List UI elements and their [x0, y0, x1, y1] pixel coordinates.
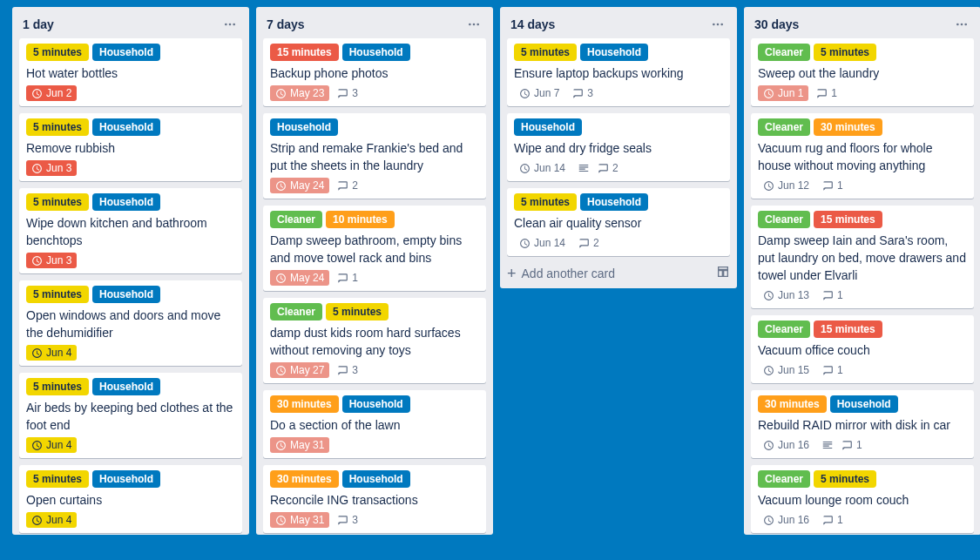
list: 7 days15 minutesHouseholdBackup phone ph…	[256, 7, 493, 535]
card-title: Ensure laptop backups working	[514, 64, 723, 82]
card[interactable]: Cleaner5 minutesdamp dust kids room hard…	[263, 298, 486, 383]
card[interactable]: 5 minutesHouseholdWipe down kitchen and …	[19, 188, 242, 273]
comments-badge: 1	[336, 272, 358, 284]
card-title: Vacuum rug and floors for whole house wi…	[758, 139, 967, 174]
list: 1 day5 minutesHouseholdHot water bottles…	[12, 7, 249, 535]
due-date-badge[interactable]: May 24	[270, 270, 329, 286]
card[interactable]: HouseholdStrip and remake Frankie's bed …	[263, 113, 486, 199]
card[interactable]: Cleaner30 minutesVacuum rug and floors f…	[751, 113, 974, 199]
label-household: Household	[342, 395, 410, 413]
svg-point-6	[713, 24, 715, 26]
due-date-badge[interactable]: May 31	[270, 437, 329, 453]
card[interactable]: 5 minutesHouseholdClean air quality sens…	[507, 188, 730, 256]
card[interactable]: 15 minutesHouseholdBackup phone photosMa…	[263, 38, 486, 106]
card-labels: 5 minutesHousehold	[26, 44, 235, 61]
label-30min: 30 minutes	[758, 395, 827, 413]
due-date-badge[interactable]: Jun 14	[514, 160, 571, 176]
card[interactable]: Cleaner5 minutesSweep out the laundryJun…	[751, 38, 974, 106]
card-title: Damp sweep Iain and Sara's room, put lau…	[758, 232, 967, 284]
svg-point-1	[229, 24, 232, 26]
card[interactable]: Cleaner5 minutesVacuum lounge room couch…	[751, 465, 974, 533]
card-labels: 15 minutesHousehold	[270, 44, 479, 61]
comments-badge: 1	[821, 514, 843, 526]
due-date-badge[interactable]: May 31	[270, 512, 329, 528]
list-title[interactable]: 30 days	[754, 17, 951, 31]
card[interactable]: 5 minutesHouseholdOpen windows and doors…	[19, 280, 242, 366]
list-menu-button[interactable]	[707, 14, 728, 35]
list-title[interactable]: 7 days	[267, 17, 463, 31]
due-date-badge[interactable]: Jun 3	[26, 160, 77, 176]
due-date-badge[interactable]: Jun 3	[26, 253, 77, 268]
card-badges: May 273	[270, 362, 479, 378]
comments-badge: 1	[821, 179, 843, 192]
card-title: Vacuum lounge room couch	[758, 491, 967, 509]
due-date-badge[interactable]: Jun 13	[758, 287, 814, 303]
card-title: Backup phone photos	[270, 64, 479, 82]
label-15min: 15 minutes	[270, 44, 339, 61]
due-date-badge[interactable]: May 24	[270, 178, 329, 193]
label-household: Household	[92, 470, 160, 488]
list-menu-button[interactable]	[220, 14, 240, 35]
due-date-badge[interactable]: May 23	[270, 85, 329, 101]
label-5min: 5 minutes	[814, 470, 876, 488]
due-date-badge[interactable]: Jun 14	[514, 235, 571, 251]
card[interactable]: 30 minutesHouseholdDo a section of the l…	[263, 390, 486, 458]
card-title: Reconcile ING transactions	[270, 491, 479, 509]
card[interactable]: 30 minutesHouseholdReconcile ING transac…	[263, 465, 486, 533]
svg-point-8	[720, 24, 723, 26]
card[interactable]: 30 minutesHouseholdRebuild RAID mirror w…	[751, 390, 974, 458]
card[interactable]: Cleaner10 minutesDamp sweep bathroom, em…	[263, 206, 486, 291]
due-date-badge[interactable]: Jun 4	[26, 512, 77, 528]
label-household: Household	[92, 118, 160, 136]
card[interactable]: 5 minutesHouseholdAir beds by keeping be…	[19, 373, 242, 458]
card[interactable]: HouseholdWipe and dry fridge sealsJun 14…	[507, 113, 730, 181]
card-badges: May 31	[270, 437, 479, 453]
label-5min: 5 minutes	[26, 118, 89, 136]
card[interactable]: Cleaner15 minutesDamp sweep Iain and Sar…	[751, 206, 974, 308]
due-date-badge[interactable]: Jun 7	[514, 85, 564, 101]
due-date-badge[interactable]: May 27	[270, 362, 329, 378]
due-date-badge[interactable]: Jun 16	[758, 437, 814, 453]
label-household: Household	[92, 193, 160, 211]
card[interactable]: 5 minutesHouseholdEnsure laptop backups …	[507, 38, 730, 106]
description-icon	[821, 439, 834, 451]
card[interactable]: 5 minutesHouseholdHot water bottlesJun 2	[19, 38, 242, 106]
due-date-badge[interactable]: Jun 4	[26, 437, 77, 453]
due-date-badge[interactable]: Jun 1	[758, 85, 808, 101]
label-cleaner: Cleaner	[758, 211, 810, 228]
add-card-button[interactable]: +Add another card	[500, 258, 737, 288]
list-cards: 5 minutesHouseholdHot water bottlesJun 2…	[12, 38, 249, 535]
label-cleaner: Cleaner	[758, 470, 810, 488]
card[interactable]: Cleaner15 minutesVacuum office couchJun …	[751, 315, 974, 383]
card-badges: Jun 2	[26, 85, 235, 101]
list-menu-button[interactable]	[463, 14, 484, 35]
list-title[interactable]: 1 day	[23, 17, 220, 31]
card-badges: Jun 3	[26, 253, 235, 268]
card-title: damp dust kids room hard surfaces withou…	[270, 324, 479, 359]
card-labels: 5 minutesHousehold	[514, 44, 723, 61]
list-title[interactable]: 14 days	[510, 17, 707, 31]
list-cards: 15 minutesHouseholdBackup phone photosMa…	[256, 38, 493, 535]
due-date-badge[interactable]: Jun 2	[26, 85, 77, 101]
label-household: Household	[92, 286, 160, 303]
card-badges: Jun 4	[26, 512, 235, 528]
card-title: Sweep out the laundry	[758, 64, 967, 82]
list-menu-button[interactable]	[951, 14, 972, 35]
due-date-badge[interactable]: Jun 16	[758, 512, 814, 528]
list: 14 days5 minutesHouseholdEnsure laptop b…	[500, 7, 737, 288]
card-title: Wipe down kitchen and bathroom benchtops	[26, 214, 235, 249]
card[interactable]: 5 minutesHouseholdOpen curtainsJun 4	[19, 465, 242, 533]
card-labels: 5 minutesHousehold	[26, 118, 235, 136]
card-template-icon[interactable]	[716, 265, 730, 281]
card-badges: Jun 161	[758, 512, 967, 528]
due-date-badge[interactable]: Jun 15	[758, 362, 814, 378]
card-labels: Cleaner15 minutes	[758, 320, 967, 338]
due-date-badge[interactable]: Jun 4	[26, 345, 77, 361]
card-labels: Cleaner30 minutes	[758, 118, 967, 136]
due-date-badge[interactable]: Jun 12	[758, 178, 814, 193]
comments-badge: 2	[597, 162, 618, 174]
comments-badge: 2	[578, 237, 599, 249]
label-household: Household	[92, 44, 160, 61]
card[interactable]: 5 minutesHouseholdRemove rubbishJun 3	[19, 113, 242, 181]
card-badges: Jun 4	[26, 345, 235, 361]
